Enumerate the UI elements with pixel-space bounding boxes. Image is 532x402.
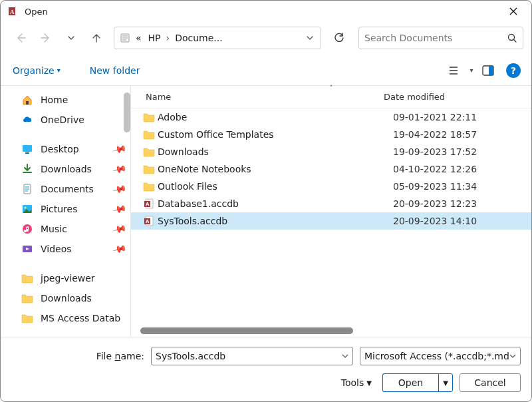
tree-item-folder[interactable]: MS Access Datab (1, 308, 130, 328)
file-name: Adobe (158, 112, 393, 122)
address-dropdown-icon[interactable] (303, 34, 317, 42)
chevron-right-icon[interactable]: › (165, 33, 172, 43)
tree-item-documents[interactable]: Documents📌 (1, 179, 130, 199)
svg-text:A: A (146, 219, 150, 224)
pin-icon: 📌 (112, 202, 127, 216)
filter-dropdown-icon[interactable] (509, 353, 516, 359)
file-type-filter[interactable]: Microsoft Access (*.accdb;*.mdl (360, 347, 521, 365)
svg-rect-15 (25, 152, 29, 154)
filename-value: SysTools.accdb (156, 351, 225, 361)
tree-item-downloads[interactable]: Downloads📌 (1, 159, 130, 179)
location-icon (118, 33, 132, 43)
svg-rect-14 (23, 145, 32, 152)
pin-icon: 📌 (112, 182, 127, 196)
new-folder-button[interactable]: New folder (88, 63, 142, 79)
svg-rect-12 (489, 66, 493, 75)
preview-pane-button[interactable] (477, 59, 499, 82)
tree-item-videos[interactable]: Videos📌 (1, 239, 130, 259)
refresh-button[interactable] (327, 27, 352, 49)
organize-menu[interactable]: Organize ▾ (11, 63, 62, 79)
file-row[interactable]: OneNote Notebooks04-10-2022 12:26 (131, 160, 531, 178)
forward-button[interactable] (34, 26, 58, 50)
file-date: 05-09-2023 11:34 (393, 181, 531, 192)
folder-icon (140, 129, 158, 140)
recent-locations-button[interactable] (59, 26, 83, 50)
access-file-icon: A (140, 198, 158, 209)
svg-point-23 (23, 224, 32, 234)
svg-text:A: A (10, 9, 15, 15)
nav-bar: « HP › Docume... Search Documents (1, 22, 531, 55)
file-row[interactable]: Adobe09-01-2021 22:11 (131, 108, 531, 126)
onedrive-icon (21, 114, 34, 126)
tree-item-folder[interactable]: jpeg-viewer (1, 268, 130, 288)
file-date: 20-09-2023 14:10 (393, 216, 531, 226)
svg-text:A: A (146, 202, 150, 207)
view-menu-caret[interactable]: ▾ (466, 59, 477, 82)
svg-point-22 (25, 207, 27, 209)
folder-icon (21, 313, 34, 323)
file-list: ˄ Name Date modified Adobe09-01-2021 22:… (131, 86, 531, 337)
music-icon (21, 223, 34, 235)
address-bar[interactable]: « HP › Docume... (114, 27, 321, 49)
file-name: SysTools.accdb (158, 216, 393, 226)
horizontal-scrollbar[interactable] (140, 327, 353, 334)
svg-rect-13 (26, 101, 29, 104)
pin-icon: 📌 (112, 242, 127, 256)
column-header-date[interactable]: Date modified (384, 92, 531, 102)
folder-icon (140, 181, 158, 192)
pin-icon: 📌 (112, 222, 127, 236)
breadcrumb-seg-1[interactable]: Docume... (172, 31, 225, 45)
navigation-tree[interactable]: HomeOneDrive Desktop📌Downloads📌Documents… (1, 86, 131, 337)
file-row[interactable]: Outlook Files05-09-2023 11:34 (131, 178, 531, 195)
tree-item-home[interactable]: Home (1, 90, 130, 110)
search-icon (507, 33, 517, 43)
back-button[interactable] (9, 26, 33, 50)
file-date: 09-01-2021 22:11 (393, 112, 531, 122)
file-date: 19-09-2023 17:52 (393, 146, 531, 157)
file-date: 19-04-2022 18:57 (393, 129, 531, 140)
file-row[interactable]: ADatabase1.accdb20-09-2023 12:23 (131, 195, 531, 212)
tree-item-pictures[interactable]: Pictures📌 (1, 199, 130, 219)
folder-icon (140, 112, 158, 122)
access-app-icon: A (7, 5, 19, 17)
search-input[interactable]: Search Documents (358, 27, 523, 49)
filename-input[interactable]: SysTools.accdb (151, 347, 353, 365)
search-placeholder: Search Documents (364, 33, 452, 43)
videos-icon (21, 243, 34, 255)
close-button[interactable] (498, 1, 529, 22)
tree-item-desktop[interactable]: Desktop📌 (1, 139, 130, 159)
cancel-button[interactable]: Cancel (460, 373, 521, 392)
file-date: 04-10-2022 12:26 (393, 164, 531, 174)
caret-down-icon: ▾ (57, 67, 61, 74)
view-menu[interactable] (444, 59, 466, 82)
column-header-name[interactable]: Name (131, 92, 384, 102)
tree-scrollbar[interactable] (124, 93, 130, 132)
tree-item-folder[interactable]: Downloads (1, 288, 130, 308)
filename-history-icon[interactable] (342, 353, 348, 359)
file-row[interactable]: Downloads19-09-2023 17:52 (131, 143, 531, 160)
open-button[interactable]: Open (382, 373, 438, 392)
caret-down-icon: ▼ (366, 379, 372, 387)
file-row[interactable]: Custom Office Templates19-04-2022 18:57 (131, 126, 531, 143)
tree-item-onedrive[interactable]: OneDrive (1, 110, 130, 130)
title-bar: A Open (1, 1, 531, 22)
help-button[interactable]: ? (506, 63, 521, 78)
folder-icon (21, 293, 34, 303)
file-name: Database1.accdb (158, 198, 393, 209)
file-name: Custom Office Templates (158, 129, 393, 140)
breadcrumb-overflow[interactable]: « (133, 31, 144, 45)
folder-icon (21, 273, 34, 284)
content-area: HomeOneDrive Desktop📌Downloads📌Documents… (1, 86, 531, 337)
up-button[interactable] (84, 26, 108, 50)
pin-icon: 📌 (112, 142, 127, 156)
open-split-button[interactable]: ▼ (438, 373, 453, 392)
sort-indicator-icon: ˄ (131, 85, 531, 92)
column-headers: ˄ Name Date modified (131, 86, 531, 108)
downloads-g-icon (21, 163, 34, 175)
breadcrumb-seg-0[interactable]: HP (146, 31, 164, 45)
home-icon (21, 94, 34, 106)
filter-value: Microsoft Access (*.accdb;*.mdl (364, 351, 509, 361)
file-row[interactable]: ASysTools.accdb20-09-2023 14:10 (131, 212, 531, 230)
tools-menu[interactable]: Tools ▼ (341, 377, 376, 388)
tree-item-music[interactable]: Music📌 (1, 219, 130, 239)
